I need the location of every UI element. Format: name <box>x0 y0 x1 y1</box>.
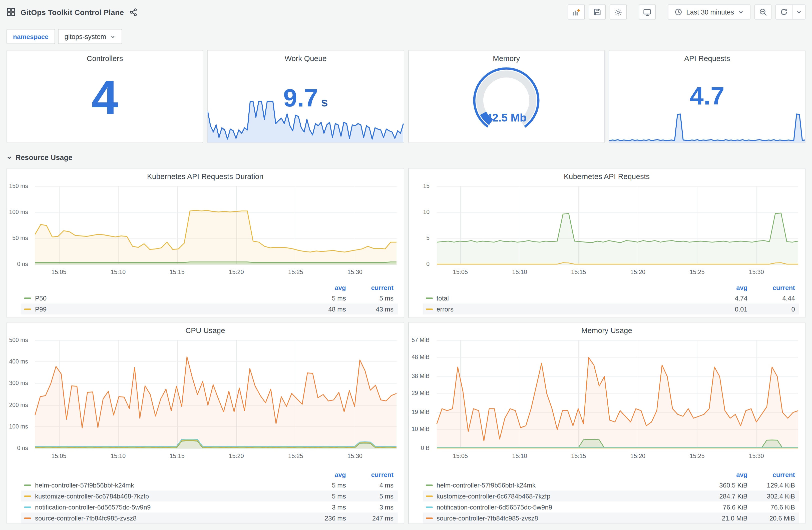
x-axis-labels: 15:0515:1015:1515:2015:2515:30 <box>35 268 396 277</box>
series-current: 5 ms <box>346 294 393 302</box>
panel-controllers: Controllers 4 <box>6 50 203 143</box>
series-avg: 48 ms <box>299 305 346 313</box>
legend-header: avgcurrent <box>21 282 397 293</box>
x-axis-labels: 15:0515:1015:1515:2015:2515:30 <box>436 268 798 277</box>
series-current: 3 ms <box>346 503 393 511</box>
legend-row[interactable]: source-controller-7fb84fc985-zvsz8236 ms… <box>21 513 397 524</box>
top-bar: GitOps Toolkit Control Plane <box>0 0 812 24</box>
series-color-dash <box>24 484 31 486</box>
legend-row[interactable]: source-controller-7fb84fc985-zvsz821.0 M… <box>422 513 799 524</box>
share-icon[interactable] <box>129 8 137 16</box>
panel-memory-usage: Memory Usage 0 B10 MiB19 MiB29 MiB38 MiB… <box>408 322 806 524</box>
legend-row[interactable]: notification-controller-6d56575dc-5w9n93… <box>21 501 397 513</box>
series-current: 5 ms <box>346 492 393 500</box>
legend-row[interactable]: helm-controller-57f9b56bbf-k24mk5 ms4 ms <box>21 480 397 490</box>
series-avg: 5 ms <box>299 492 346 500</box>
chevron-down-icon <box>738 9 744 15</box>
y-axis-labels: 0 ns50 ms100 ms150 ms <box>7 187 31 265</box>
charts-row-2: CPU Usage 0 ns100 ms200 ms300 ms400 ms50… <box>6 322 806 524</box>
legend-header: avgcurrent <box>21 470 397 480</box>
refresh-interval-dropdown[interactable] <box>793 4 806 19</box>
stat-panels-row: Controllers 4 Work Queue 9.7s Memory 42.… <box>6 50 806 143</box>
panel-memory-gauge: Memory 42.5 Mb <box>408 50 605 143</box>
panel-cpu-usage: CPU Usage 0 ns100 ms200 ms300 ms400 ms50… <box>6 322 404 524</box>
series-color-dash <box>425 517 433 519</box>
requests-chart: 05101515:0515:1015:1515:2015:2515:30 <box>408 183 805 280</box>
add-panel-button[interactable] <box>568 4 585 19</box>
series-name: kustomize-controller-6c6784b468-7kzfp <box>35 492 299 500</box>
legend-row[interactable]: kustomize-controller-6c6784b468-7kzfp284… <box>422 490 799 501</box>
legend-header: avgcurrent <box>422 282 799 293</box>
plot-area[interactable] <box>35 340 396 448</box>
series-color-dash <box>24 506 31 508</box>
legend-row[interactable]: notification-controller-6d56575dc-5w9n97… <box>422 501 799 513</box>
grafana-dashboard: GitOps Toolkit Control Plane <box>0 0 812 530</box>
memory-legend: avgcurrenthelm-controller-57f9b56bbf-k24… <box>422 470 799 524</box>
series-avg: 5 ms <box>299 294 346 302</box>
zoom-out-button[interactable] <box>754 4 771 19</box>
y-axis-labels: 051015 <box>408 187 433 265</box>
y-axis-labels: 0 ns100 ms200 ms300 ms400 ms500 ms <box>7 340 31 448</box>
svg-text:42.5 Mb: 42.5 Mb <box>486 112 526 124</box>
series-name: source-controller-7fb84fc985-zvsz8 <box>35 514 299 522</box>
series-name: total <box>436 294 700 302</box>
duration-chart: 0 ns50 ms100 ms150 ms15:0515:1015:1515:2… <box>7 183 404 280</box>
cycle-view-tv-button[interactable] <box>639 4 656 19</box>
variable-value-namespace[interactable]: gitops-system <box>58 29 122 44</box>
series-color-dash <box>24 297 31 299</box>
refresh-group <box>775 4 806 19</box>
panel-title: Kubernetes API Requests <box>408 172 805 180</box>
legend-header: avgcurrent <box>422 470 799 480</box>
series-color-dash <box>425 506 433 508</box>
section-resource-usage[interactable]: Resource Usage <box>0 147 812 168</box>
panel-title: Work Queue <box>208 54 404 62</box>
duration-legend: avgcurrentP505 ms5 msP9948 ms43 ms <box>21 282 397 314</box>
cpu-chart: 0 ns100 ms200 ms300 ms400 ms500 ms15:051… <box>7 338 404 467</box>
dashboard-grid-icon[interactable] <box>6 8 15 16</box>
series-avg: 76.6 KiB <box>700 503 748 511</box>
series-name: P50 <box>35 294 299 302</box>
panel-title: Controllers <box>7 54 203 62</box>
legend-row[interactable]: errors0.010 <box>422 304 799 314</box>
series-color-dash <box>24 517 31 519</box>
series-current: 247 ms <box>346 514 393 522</box>
series-current: 0 <box>748 305 795 313</box>
series-current: 129.4 KiB <box>748 481 795 489</box>
charts-row-1: Kubernetes API Requests Duration 0 ns50 … <box>6 168 806 318</box>
series-color-dash <box>425 484 433 486</box>
x-axis-labels: 15:0515:1015:1515:2015:2515:30 <box>436 453 798 460</box>
series-color-dash <box>425 495 433 497</box>
settings-gear-button[interactable] <box>610 4 627 19</box>
legend-row[interactable]: P9948 ms43 ms <box>21 304 397 314</box>
refresh-button[interactable] <box>775 4 793 19</box>
toolbar: Last 30 minutes <box>568 4 806 19</box>
variables-submenu: namespace gitops-system <box>0 24 812 50</box>
panel-title: API Requests <box>609 54 805 62</box>
controllers-value: 4 <box>7 74 203 121</box>
requests-legend: avgcurrenttotal4.744.44errors0.010 <box>422 282 799 314</box>
legend-row[interactable]: total4.744.44 <box>422 293 799 304</box>
series-current: 20.6 MiB <box>748 514 795 522</box>
plot-area[interactable] <box>35 187 396 265</box>
legend-row[interactable]: P505 ms5 ms <box>21 293 397 304</box>
series-current: 4 ms <box>346 481 393 489</box>
plot-area[interactable] <box>436 187 798 265</box>
cpu-legend: avgcurrenthelm-controller-57f9b56bbf-k24… <box>21 470 397 524</box>
panel-k8s-api-requests-duration: Kubernetes API Requests Duration 0 ns50 … <box>6 168 404 318</box>
legend-row[interactable]: kustomize-controller-6c6784b468-7kzfp5 m… <box>21 490 397 501</box>
series-avg: 3 ms <box>299 503 346 511</box>
series-name: kustomize-controller-6c6784b468-7kzfp <box>436 492 700 500</box>
series-avg: 236 ms <box>299 514 346 522</box>
series-color-dash <box>425 297 433 299</box>
dashboard-title: GitOps Toolkit Control Plane <box>20 8 124 16</box>
series-current: 302.4 KiB <box>748 492 795 500</box>
memory-gauge: 42.5 Mb <box>408 64 604 135</box>
series-name: errors <box>436 305 700 313</box>
legend-row[interactable]: helm-controller-57f9b56bbf-k24mk360.5 Ki… <box>422 480 799 490</box>
time-range-picker[interactable]: Last 30 minutes <box>668 4 751 19</box>
series-name: notification-controller-6d56575dc-5w9n9 <box>35 503 299 511</box>
series-avg: 5 ms <box>299 481 346 489</box>
plot-area[interactable] <box>436 340 798 448</box>
save-dashboard-button[interactable] <box>589 4 606 19</box>
series-avg: 21.0 MiB <box>700 514 748 522</box>
